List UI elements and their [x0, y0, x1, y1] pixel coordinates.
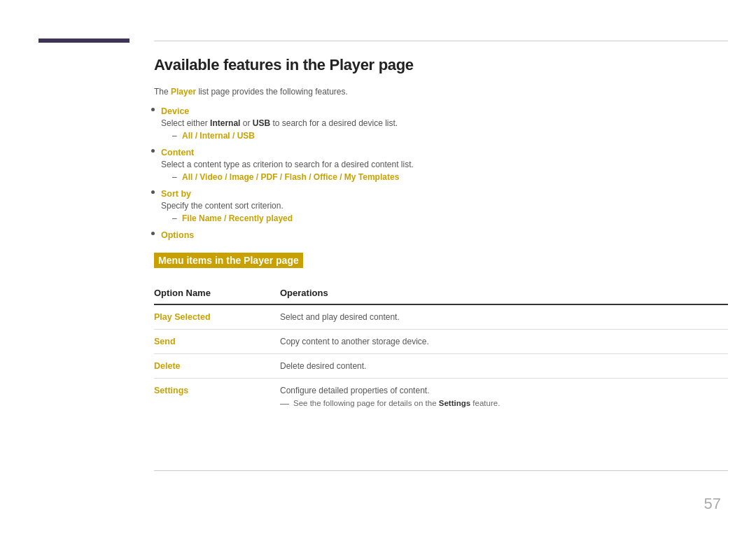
col-header-option: Option Name	[154, 282, 280, 304]
intro-suffix: list page provides the following feature…	[196, 87, 348, 97]
sub-item-sort-files: File Name / Recently played	[172, 213, 728, 223]
section2-heading-wrapper: Menu items in the Player page	[154, 253, 728, 268]
feature-desc-content: Select a content type as criterion to se…	[161, 160, 728, 169]
section2-heading: Menu items in the Player page	[154, 253, 303, 268]
intro-highlight: Player	[171, 87, 196, 97]
table-row-play-selected: Play Selected Select and play desired co…	[154, 304, 728, 330]
bottom-divider	[154, 470, 728, 471]
table-header-row: Option Name Operations	[154, 282, 728, 304]
bullet-dot-sort	[151, 190, 155, 194]
intro-prefix: The	[154, 87, 171, 97]
feature-sort-by: Sort by Specify the content sort criteri…	[161, 189, 728, 223]
table-row-settings: Settings Configure detailed properties o…	[154, 379, 728, 416]
sub-item-device-all: All / Internal / USB	[172, 131, 728, 141]
settings-note-dash: —	[280, 399, 289, 408]
feature-title-content: Content	[161, 148, 728, 157]
sub-list-content: All / Video / Image / PDF / Flash / Offi…	[172, 172, 728, 182]
option-name-settings: Settings	[154, 379, 280, 416]
page-title: Available features in the Player page	[154, 56, 728, 74]
page-number: 57	[704, 495, 721, 513]
bullet-dot-device	[151, 108, 155, 111]
settings-desc-main: Configure detailed properties of content…	[280, 386, 721, 395]
feature-options: Options	[161, 230, 728, 240]
bullet-dot-options	[151, 232, 155, 235]
feature-list: Device Select either Internal or USB to …	[161, 106, 728, 240]
feature-desc-sort: Specify the content sort criterion.	[161, 201, 728, 211]
settings-note: — See the following page for details on …	[280, 399, 721, 408]
feature-device: Device Select either Internal or USB to …	[161, 106, 728, 141]
feature-content: Content Select a content type as criteri…	[161, 148, 728, 182]
sub-list-sort: File Name / Recently played	[172, 213, 728, 223]
sidebar-accent-bar	[38, 38, 130, 43]
main-content: Available features in the Player page Th…	[154, 56, 728, 415]
feature-desc-device: Select either Internal or USB to search …	[161, 118, 728, 128]
sub-list-device: All / Internal / USB	[172, 131, 728, 141]
page-container: Available features in the Player page Th…	[0, 0, 756, 534]
feature-title-device: Device	[161, 106, 728, 116]
option-name-delete: Delete	[154, 354, 280, 379]
sub-item-content-all: All / Video / Image / PDF / Flash / Offi…	[172, 172, 728, 182]
feature-title-options: Options	[161, 230, 728, 240]
options-table: Option Name Operations Play Selected Sel…	[154, 282, 728, 415]
col-header-operations: Operations	[280, 282, 728, 304]
table-row-send: Send Copy content to another storage dev…	[154, 330, 728, 354]
intro-paragraph: The Player list page provides the follow…	[154, 87, 728, 97]
feature-title-sort: Sort by	[161, 189, 728, 199]
option-desc-settings: Configure detailed properties of content…	[280, 379, 728, 416]
option-desc-play: Select and play desired content.	[280, 304, 728, 330]
top-divider	[154, 41, 728, 41]
option-name-send: Send	[154, 330, 280, 354]
option-name-play: Play Selected	[154, 304, 280, 330]
option-desc-delete: Delete desired content.	[280, 354, 728, 379]
table-row-delete: Delete Delete desired content.	[154, 354, 728, 379]
bullet-dot-content	[151, 149, 155, 153]
option-desc-send: Copy content to another storage device.	[280, 330, 728, 354]
settings-note-text: See the following page for details on th…	[293, 399, 500, 407]
